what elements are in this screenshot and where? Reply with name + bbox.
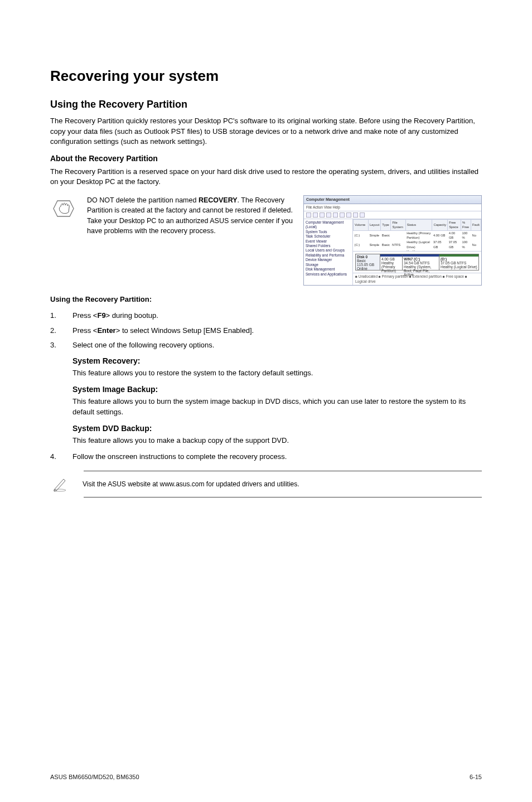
footnote-block: Visit the ASUS website at www.asus.com f… (50, 471, 482, 497)
disk-graph: Disk 0 Basic 115.05 GB Online 4.00 GB He… (353, 252, 481, 273)
volume-list: Volume Layout Type File System Status Ca… (353, 219, 481, 252)
about-paragraph: The Recovery Partition is a reserved spa… (50, 167, 482, 188)
intro-paragraph: The Recovery Partition quickly restores … (50, 116, 482, 148)
step-4: 4. Follow the onscreen instructions to c… (50, 452, 482, 462)
warning-note: DO NOT delete the partition named RECOVE… (50, 195, 482, 286)
svg-marker-0 (54, 201, 74, 216)
hand-stop-icon (50, 195, 77, 222)
about-heading: About the Recovery Partition (50, 153, 482, 164)
footnote-text: Visit the ASUS website at www.asus.com f… (83, 480, 482, 489)
footer-model: ASUS BM6650/MD520, BM6350 (50, 773, 139, 782)
step-3: 3. Select one of the following recovery … (50, 340, 482, 351)
option-system-dvd-backup: System DVD Backup: This feature allows y… (72, 423, 482, 446)
footer-page-number: 6-15 (470, 773, 482, 782)
disk-management-screenshot: Computer Management File Action View Hel… (303, 195, 482, 286)
window-title: Computer Management (304, 196, 481, 204)
section-heading-using-recovery: Using the Recovery Partition (50, 97, 482, 112)
steps-heading: Using the Recovery Partition: (50, 294, 482, 305)
warning-text: DO NOT delete the partition named RECOVE… (87, 195, 293, 236)
disk-legend: ■ Unallocated ■ Primary partition ■ Exte… (353, 273, 481, 285)
pencil-note-icon (50, 475, 69, 494)
tree-panel: Computer Management (Local) System Tools… (304, 219, 353, 285)
step-1: 1. Press <F9> during bootup. (50, 311, 482, 321)
toolbar (304, 211, 481, 219)
page-title: Recovering your system (50, 66, 482, 87)
menu-bar: File Action View Help (304, 204, 481, 211)
step-2: 2. Press <Enter> to select Windows Setup… (50, 326, 482, 336)
page-footer: ASUS BM6650/MD520, BM6350 6-15 (0, 773, 532, 802)
option-system-recovery: System Recovery: This feature allows you… (72, 355, 482, 378)
option-system-image-backup: System Image Backup: This feature allows… (72, 384, 482, 417)
